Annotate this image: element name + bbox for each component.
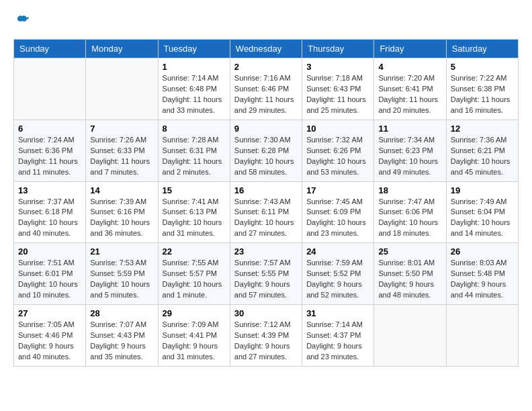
day-number: 21 bbox=[90, 246, 153, 257]
day-number: 30 bbox=[234, 308, 298, 318]
day-info: Sunrise: 7:14 AM Sunset: 4:37 PM Dayligh… bbox=[306, 320, 369, 363]
day-of-week-header: Monday bbox=[86, 40, 158, 58]
day-number: 24 bbox=[306, 246, 369, 257]
day-info: Sunrise: 7:18 AM Sunset: 6:43 PM Dayligh… bbox=[306, 73, 369, 116]
calendar-day-cell: 21Sunrise: 7:53 AM Sunset: 5:59 PM Dayli… bbox=[86, 243, 158, 305]
bird-icon bbox=[15, 13, 30, 28]
day-number: 27 bbox=[18, 308, 81, 318]
calendar-day-cell: 2Sunrise: 7:16 AM Sunset: 6:46 PM Daylig… bbox=[230, 58, 302, 120]
day-number: 19 bbox=[451, 185, 514, 195]
calendar-day-cell: 18Sunrise: 7:47 AM Sunset: 6:06 PM Dayli… bbox=[374, 181, 446, 243]
day-number: 12 bbox=[451, 124, 514, 134]
day-info: Sunrise: 7:14 AM Sunset: 6:48 PM Dayligh… bbox=[163, 73, 226, 116]
calendar-day-cell: 4Sunrise: 7:20 AM Sunset: 6:41 PM Daylig… bbox=[374, 58, 446, 120]
calendar-day-cell: 9Sunrise: 7:30 AM Sunset: 6:28 PM Daylig… bbox=[230, 120, 302, 181]
day-info: Sunrise: 7:47 AM Sunset: 6:06 PM Dayligh… bbox=[378, 197, 441, 240]
day-info: Sunrise: 7:16 AM Sunset: 6:46 PM Dayligh… bbox=[234, 73, 298, 116]
day-number: 6 bbox=[18, 124, 81, 134]
day-number: 17 bbox=[306, 185, 369, 195]
calendar-week-row: 6Sunrise: 7:24 AM Sunset: 6:36 PM Daylig… bbox=[14, 120, 519, 181]
day-of-week-header: Friday bbox=[374, 40, 446, 58]
day-info: Sunrise: 7:28 AM Sunset: 6:31 PM Dayligh… bbox=[163, 135, 226, 178]
calendar-day-cell: 8Sunrise: 7:28 AM Sunset: 6:31 PM Daylig… bbox=[158, 120, 230, 181]
day-info: Sunrise: 7:53 AM Sunset: 5:59 PM Dayligh… bbox=[90, 258, 153, 301]
day-info: Sunrise: 7:37 AM Sunset: 6:18 PM Dayligh… bbox=[18, 197, 81, 240]
day-number: 3 bbox=[306, 62, 369, 72]
calendar-week-row: 13Sunrise: 7:37 AM Sunset: 6:18 PM Dayli… bbox=[14, 181, 519, 243]
calendar-day-cell: 23Sunrise: 7:57 AM Sunset: 5:55 PM Dayli… bbox=[230, 243, 302, 305]
day-info: Sunrise: 7:43 AM Sunset: 6:11 PM Dayligh… bbox=[234, 197, 298, 240]
day-number: 15 bbox=[163, 185, 226, 195]
day-number: 4 bbox=[378, 62, 441, 72]
calendar-day-cell: 25Sunrise: 8:01 AM Sunset: 5:50 PM Dayli… bbox=[374, 243, 446, 305]
day-number: 26 bbox=[451, 246, 514, 257]
calendar-header-row: SundayMondayTuesdayWednesdayThursdayFrid… bbox=[14, 40, 519, 58]
calendar-day-cell: 26Sunrise: 8:03 AM Sunset: 5:48 PM Dayli… bbox=[446, 243, 518, 305]
day-info: Sunrise: 7:57 AM Sunset: 5:55 PM Dayligh… bbox=[234, 258, 298, 301]
calendar-table: SundayMondayTuesdayWednesdayThursdayFrid… bbox=[13, 39, 519, 367]
day-of-week-header: Tuesday bbox=[158, 40, 230, 58]
day-info: Sunrise: 7:45 AM Sunset: 6:09 PM Dayligh… bbox=[306, 197, 369, 240]
calendar-day-cell bbox=[374, 305, 446, 367]
day-info: Sunrise: 8:01 AM Sunset: 5:50 PM Dayligh… bbox=[378, 258, 441, 301]
day-info: Sunrise: 7:22 AM Sunset: 6:38 PM Dayligh… bbox=[451, 73, 514, 116]
day-info: Sunrise: 7:24 AM Sunset: 6:36 PM Dayligh… bbox=[18, 135, 81, 178]
calendar-day-cell: 3Sunrise: 7:18 AM Sunset: 6:43 PM Daylig… bbox=[302, 58, 374, 120]
day-number: 20 bbox=[18, 246, 81, 257]
day-info: Sunrise: 7:41 AM Sunset: 6:13 PM Dayligh… bbox=[163, 197, 226, 240]
day-info: Sunrise: 7:59 AM Sunset: 5:52 PM Dayligh… bbox=[306, 258, 369, 301]
page-header bbox=[13, 13, 519, 28]
calendar-day-cell: 13Sunrise: 7:37 AM Sunset: 6:18 PM Dayli… bbox=[14, 181, 86, 243]
day-info: Sunrise: 8:03 AM Sunset: 5:48 PM Dayligh… bbox=[451, 258, 514, 301]
calendar-day-cell: 30Sunrise: 7:12 AM Sunset: 4:39 PM Dayli… bbox=[230, 305, 302, 367]
day-info: Sunrise: 7:39 AM Sunset: 6:16 PM Dayligh… bbox=[90, 197, 153, 240]
day-number: 8 bbox=[163, 124, 226, 134]
calendar-day-cell bbox=[446, 305, 518, 367]
day-number: 1 bbox=[163, 62, 226, 72]
day-info: Sunrise: 7:32 AM Sunset: 6:26 PM Dayligh… bbox=[306, 135, 369, 178]
day-info: Sunrise: 7:09 AM Sunset: 4:41 PM Dayligh… bbox=[163, 320, 226, 363]
day-info: Sunrise: 7:34 AM Sunset: 6:23 PM Dayligh… bbox=[378, 135, 441, 178]
calendar-day-cell: 12Sunrise: 7:36 AM Sunset: 6:21 PM Dayli… bbox=[446, 120, 518, 181]
calendar-day-cell: 28Sunrise: 7:07 AM Sunset: 4:43 PM Dayli… bbox=[86, 305, 158, 367]
calendar-day-cell: 29Sunrise: 7:09 AM Sunset: 4:41 PM Dayli… bbox=[158, 305, 230, 367]
logo bbox=[13, 13, 30, 28]
calendar-day-cell: 24Sunrise: 7:59 AM Sunset: 5:52 PM Dayli… bbox=[302, 243, 374, 305]
calendar-day-cell: 27Sunrise: 7:05 AM Sunset: 4:46 PM Dayli… bbox=[14, 305, 86, 367]
day-info: Sunrise: 7:55 AM Sunset: 5:57 PM Dayligh… bbox=[163, 258, 226, 301]
day-number: 28 bbox=[90, 308, 153, 318]
calendar-day-cell: 31Sunrise: 7:14 AM Sunset: 4:37 PM Dayli… bbox=[302, 305, 374, 367]
day-info: Sunrise: 7:30 AM Sunset: 6:28 PM Dayligh… bbox=[234, 135, 298, 178]
day-info: Sunrise: 7:26 AM Sunset: 6:33 PM Dayligh… bbox=[90, 135, 153, 178]
day-number: 18 bbox=[378, 185, 441, 195]
day-number: 7 bbox=[90, 124, 153, 134]
day-number: 31 bbox=[306, 308, 369, 318]
day-number: 22 bbox=[163, 246, 226, 257]
day-number: 10 bbox=[306, 124, 369, 134]
day-number: 23 bbox=[234, 246, 298, 257]
day-of-week-header: Saturday bbox=[446, 40, 518, 58]
day-number: 16 bbox=[234, 185, 298, 195]
day-info: Sunrise: 7:07 AM Sunset: 4:43 PM Dayligh… bbox=[90, 320, 153, 363]
calendar-day-cell: 17Sunrise: 7:45 AM Sunset: 6:09 PM Dayli… bbox=[302, 181, 374, 243]
day-info: Sunrise: 7:05 AM Sunset: 4:46 PM Dayligh… bbox=[18, 320, 81, 363]
calendar-day-cell: 19Sunrise: 7:49 AM Sunset: 6:04 PM Dayli… bbox=[446, 181, 518, 243]
day-of-week-header: Sunday bbox=[14, 40, 86, 58]
calendar-day-cell: 1Sunrise: 7:14 AM Sunset: 6:48 PM Daylig… bbox=[158, 58, 230, 120]
calendar-day-cell: 14Sunrise: 7:39 AM Sunset: 6:16 PM Dayli… bbox=[86, 181, 158, 243]
day-info: Sunrise: 7:36 AM Sunset: 6:21 PM Dayligh… bbox=[451, 135, 514, 178]
day-number: 13 bbox=[18, 185, 81, 195]
day-number: 9 bbox=[234, 124, 298, 134]
calendar-day-cell bbox=[14, 58, 86, 120]
calendar-day-cell: 15Sunrise: 7:41 AM Sunset: 6:13 PM Dayli… bbox=[158, 181, 230, 243]
calendar-day-cell: 11Sunrise: 7:34 AM Sunset: 6:23 PM Dayli… bbox=[374, 120, 446, 181]
day-info: Sunrise: 7:49 AM Sunset: 6:04 PM Dayligh… bbox=[451, 197, 514, 240]
calendar-day-cell: 6Sunrise: 7:24 AM Sunset: 6:36 PM Daylig… bbox=[14, 120, 86, 181]
calendar-week-row: 1Sunrise: 7:14 AM Sunset: 6:48 PM Daylig… bbox=[14, 58, 519, 120]
calendar-day-cell: 22Sunrise: 7:55 AM Sunset: 5:57 PM Dayli… bbox=[158, 243, 230, 305]
day-info: Sunrise: 7:51 AM Sunset: 6:01 PM Dayligh… bbox=[18, 258, 81, 301]
calendar-day-cell: 20Sunrise: 7:51 AM Sunset: 6:01 PM Dayli… bbox=[14, 243, 86, 305]
day-number: 11 bbox=[378, 124, 441, 134]
day-of-week-header: Wednesday bbox=[230, 40, 302, 58]
calendar-week-row: 20Sunrise: 7:51 AM Sunset: 6:01 PM Dayli… bbox=[14, 243, 519, 305]
